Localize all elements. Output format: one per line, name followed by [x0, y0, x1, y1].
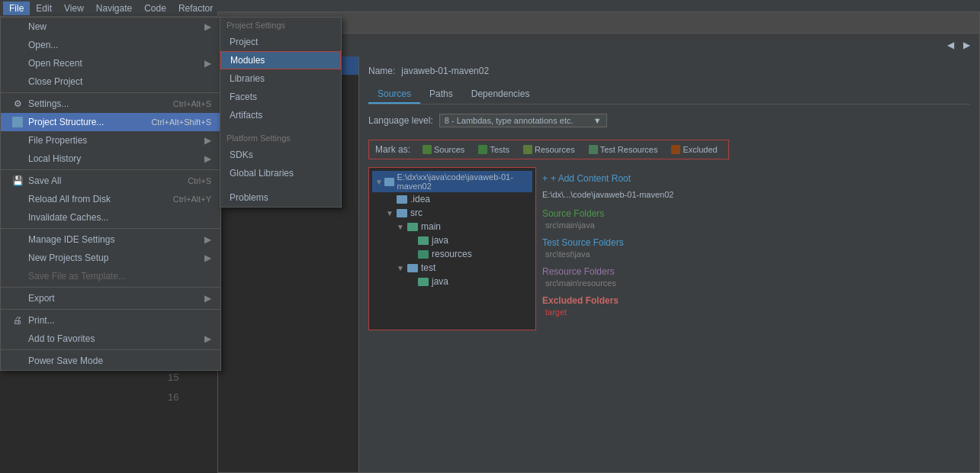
file-menu: New ▶ Open... Open Recent ▶ Close Projec…	[0, 17, 221, 371]
project-settings-submenu: Project Settings Project Modules Librari…	[220, 17, 342, 208]
print-icon: 🖨	[10, 315, 25, 326]
tree-idea[interactable]: .idea	[372, 192, 532, 206]
menubar-code[interactable]: Code	[138, 2, 172, 15]
menu-item-settings[interactable]: ⚙ Settings... Ctrl+Alt+S	[1, 95, 220, 113]
submenu-project[interactable]: Project	[220, 33, 341, 51]
menu-item-add-favorites[interactable]: Add to Favorites ▶	[1, 330, 220, 348]
submenu-artifacts[interactable]: Artifacts	[220, 106, 341, 124]
test-java-folder-icon	[418, 278, 429, 286]
language-level-row: Language level: 8 - Lambdas, type annota…	[368, 114, 970, 127]
menubar-edit[interactable]: Edit	[30, 2, 58, 15]
tree-resources[interactable]: resources	[372, 247, 532, 261]
test-source-section: Test Source Folders src\test\java	[542, 237, 690, 259]
submenu-modules[interactable]: Modules	[220, 51, 341, 69]
excluded-value: target	[542, 307, 690, 317]
test-java-label: java	[432, 276, 448, 287]
menu-separator-3	[1, 228, 220, 229]
menu-separator-6	[1, 349, 220, 350]
source-folders-value: src\main\java	[542, 220, 690, 230]
submenu-sdks[interactable]: SDKs	[220, 146, 341, 164]
menu-item-file-properties[interactable]: File Properties ▶	[1, 131, 220, 150]
add-content-root-btn[interactable]: + + Add Content Root	[542, 173, 690, 184]
menubar-refactor[interactable]: Refactor	[172, 2, 219, 15]
menu-item-open[interactable]: Open...	[1, 36, 220, 54]
info-panel: + + Add Content Root E:\dx\...\code\java…	[536, 167, 696, 330]
menu-item-reload[interactable]: Reload All from Disk Ctrl+Alt+Y	[1, 190, 220, 208]
submenu-libraries[interactable]: Libraries	[220, 69, 341, 88]
mark-test-resources-btn[interactable]: Test Resources	[584, 143, 663, 156]
submenu-problems[interactable]: Problems	[220, 188, 341, 207]
tree-java[interactable]: java	[372, 233, 532, 247]
menu-item-export[interactable]: Export ▶	[1, 289, 220, 307]
menu-separator-1	[1, 92, 220, 93]
content-area: ▼ E:\dx\xx\java\code\javaweb-01-maven02 …	[368, 167, 970, 330]
root-folder-icon	[384, 178, 394, 186]
submenu-facets[interactable]: Facets	[220, 88, 341, 106]
menu-item-project-structure[interactable]: Project Structure... Ctrl+Alt+Shift+S	[1, 113, 220, 131]
root-path: E:\dx\xx\java\code\javaweb-01-maven02	[397, 172, 529, 191]
tree-src[interactable]: ▼ src	[372, 206, 532, 220]
resources-color-icon	[523, 145, 532, 154]
menu-item-power-save[interactable]: Power Save Mode	[1, 352, 220, 370]
tree-test-java[interactable]: java	[372, 275, 532, 288]
menu-item-open-recent[interactable]: Open Recent ▶	[1, 54, 220, 72]
test-folder-icon	[407, 264, 418, 272]
menu-item-print[interactable]: 🖨 Print...	[1, 311, 220, 330]
test-resources-color-icon	[589, 145, 598, 154]
project-settings-header: Project Settings	[220, 18, 341, 33]
dropdown-arrow-icon: ▼	[593, 116, 602, 125]
tab-paths[interactable]: Paths	[420, 85, 462, 104]
name-value: javaweb-01-maven02	[401, 66, 489, 76]
idea-folder-icon	[397, 195, 407, 204]
ps-content: Name: javaweb-01-maven02 Sources Paths D…	[359, 56, 979, 472]
menubar-file[interactable]: File	[3, 2, 30, 15]
src-folder-icon	[397, 209, 407, 217]
menu-item-new-projects[interactable]: New Projects Setup ▶	[1, 249, 220, 267]
settings-icon: ⚙	[10, 98, 25, 109]
source-folders-title: Source Folders	[542, 208, 690, 219]
nav-back-btn[interactable]: ◀	[944, 38, 957, 52]
menu-item-local-history[interactable]: Local History ▶	[1, 150, 220, 168]
test-source-value: src\test\java	[542, 249, 690, 259]
resource-title: Resource Folders	[542, 266, 690, 277]
project-structure-icon	[10, 117, 25, 127]
resource-value: src\main\resources	[542, 278, 690, 288]
resource-section: Resource Folders src\main\resources	[542, 266, 690, 288]
name-row: Name: javaweb-01-maven02	[368, 66, 970, 76]
menu-separator-5	[1, 309, 220, 310]
tab-sources[interactable]: Sources	[368, 85, 420, 104]
menu-item-manage-ide[interactable]: Manage IDE Settings ▶	[1, 230, 220, 249]
nav-forward-btn[interactable]: ▶	[960, 38, 973, 52]
java-folder-icon	[418, 236, 429, 245]
excluded-color-icon	[671, 145, 680, 154]
menu-item-save-template[interactable]: Save File as Template...	[1, 267, 220, 285]
content-root-path: E:\dx\...\code\javaweb-01-maven02	[542, 190, 690, 199]
menubar-navigate[interactable]: Navigate	[90, 2, 138, 15]
language-level-select[interactable]: 8 - Lambdas, type annotations etc. ▼	[439, 114, 607, 127]
java-label: java	[432, 235, 448, 246]
tree-main[interactable]: ▼ main	[372, 220, 532, 233]
tab-dependencies[interactable]: Dependencies	[462, 85, 539, 104]
platform-settings-header: Platform Settings	[220, 130, 341, 146]
tree-root[interactable]: ▼ E:\dx\xx\java\code\javaweb-01-maven02	[372, 171, 532, 192]
add-content-root-icon: +	[542, 173, 548, 184]
excluded-section: Excluded Folders target	[542, 295, 690, 317]
mark-tests-btn[interactable]: Tests	[474, 143, 514, 156]
name-label: Name:	[368, 66, 395, 76]
mark-as-label: Mark as:	[375, 144, 410, 155]
save-icon: 💾	[10, 175, 25, 186]
language-level-value: 8 - Lambdas, type annotations etc.	[445, 116, 574, 125]
submenu-global-libs[interactable]: Global Libraries	[220, 164, 341, 182]
mark-sources-btn[interactable]: Sources	[418, 143, 469, 156]
idea-label: .idea	[410, 194, 430, 204]
menu-item-close-project[interactable]: Close Project	[1, 72, 220, 91]
menu-item-save-all[interactable]: 💾 Save All Ctrl+S	[1, 172, 220, 190]
mark-resources-btn[interactable]: Resources	[519, 143, 580, 156]
mark-excluded-btn[interactable]: Excluded	[667, 143, 721, 156]
sources-color-icon	[423, 145, 432, 154]
menubar-view[interactable]: View	[58, 2, 90, 15]
menu-item-invalidate[interactable]: Invalidate Caches...	[1, 208, 220, 227]
excluded-title: Excluded Folders	[542, 295, 690, 306]
menu-item-new[interactable]: New ▶	[1, 18, 220, 36]
tree-test[interactable]: ▼ test	[372, 261, 532, 275]
